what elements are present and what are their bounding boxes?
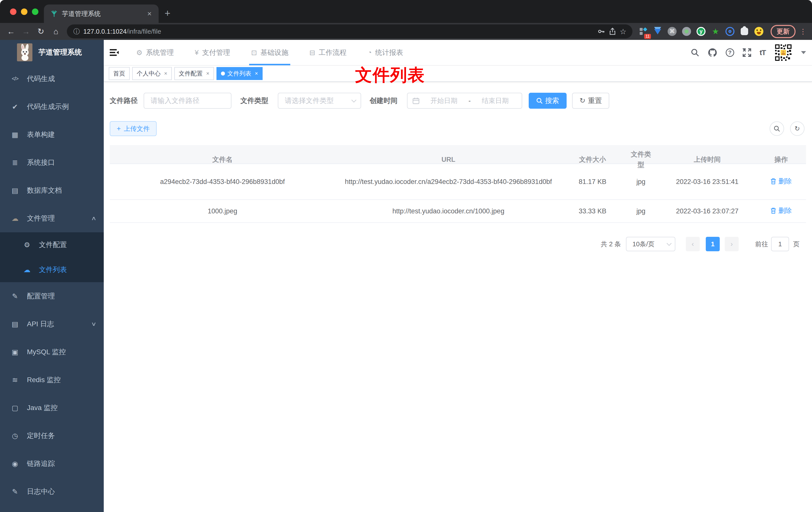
- delete-label: 删除: [778, 205, 792, 216]
- tag-close-icon[interactable]: ×: [163, 70, 167, 77]
- avatar[interactable]: [774, 43, 792, 62]
- sidebar-item-trace[interactable]: ◉ 链路追踪: [0, 450, 104, 478]
- browser-update-button[interactable]: 更新: [771, 25, 795, 38]
- toggle-search-button[interactable]: [770, 121, 784, 136]
- github-icon[interactable]: [708, 48, 717, 57]
- sidebar-item-mysql-monitor[interactable]: ▣ MySQL 监控: [0, 338, 104, 366]
- forward-button[interactable]: →: [19, 25, 33, 38]
- col-header-time: 上传时间: [658, 150, 756, 169]
- bookmark-star-icon[interactable]: ☆: [620, 27, 627, 36]
- refresh-icon: ↻: [794, 125, 800, 132]
- sidebar-item-system-api[interactable]: ≣ 系统接口: [0, 149, 104, 177]
- extension-kite-icon[interactable]: [651, 25, 664, 38]
- fullscreen-icon[interactable]: [743, 48, 751, 57]
- search-button[interactable]: 搜索: [529, 93, 567, 109]
- sidebar-item-file-management[interactable]: ☁ 文件管理 ∧: [0, 204, 104, 232]
- extension-cmd-icon[interactable]: ⌘: [665, 25, 679, 38]
- file-path-label: 文件路径: [110, 96, 138, 106]
- sidebar-item-scheduled-task[interactable]: ◷ 定时任务: [0, 422, 104, 450]
- sidebar-item-java-monitor[interactable]: ▢ Java 监控: [0, 394, 104, 422]
- extension-puzzle-icon[interactable]: [738, 25, 751, 38]
- top-menu-infrastructure[interactable]: ⊡ 基础设施: [245, 40, 294, 65]
- site-info-icon[interactable]: ⓘ: [73, 27, 80, 36]
- extension-dot-icon[interactable]: [680, 25, 693, 38]
- briefcase-icon: ⊟: [309, 49, 315, 57]
- extension-y-icon[interactable]: y: [694, 25, 708, 38]
- top-menu-payment[interactable]: ¥ 支付管理: [189, 40, 236, 65]
- table-row: 1000.jpeg http://test.yudao.iocoder.cn/1…: [110, 200, 806, 223]
- tag-file-config[interactable]: 文件配置 ×: [174, 67, 214, 80]
- sidebar-item-redis-monitor[interactable]: ≋ Redis 监控: [0, 366, 104, 394]
- upload-file-button[interactable]: + 上传文件: [110, 121, 156, 136]
- tag-profile[interactable]: 个人中心 ×: [132, 67, 172, 80]
- sidebar-item-label: 文件列表: [39, 265, 67, 274]
- app-logo[interactable]: 芋道管理系统: [0, 40, 104, 65]
- extension-emoji-icon[interactable]: [752, 25, 765, 38]
- browser-tab[interactable]: 芋道管理系统 ×: [44, 4, 158, 23]
- goto-label: 前往: [755, 240, 768, 248]
- back-button[interactable]: ←: [4, 25, 18, 38]
- browser-menu-icon[interactable]: ⋮: [800, 27, 807, 36]
- sidebar-item-file-config[interactable]: ⚙ 文件配置: [0, 232, 104, 257]
- sidebar-item-label: 定时任务: [27, 431, 55, 441]
- tag-close-icon[interactable]: ×: [254, 70, 258, 77]
- window-zoom-button[interactable]: [32, 8, 38, 15]
- delete-button[interactable]: 删除: [770, 176, 792, 186]
- avatar-caret-icon[interactable]: [801, 51, 806, 57]
- sidebar-item-db-doc[interactable]: ▤ 数据库文档: [0, 177, 104, 204]
- sidebar-item-label: 数据库文档: [27, 186, 62, 195]
- refresh-table-button[interactable]: ↻: [790, 121, 805, 136]
- window-close-button[interactable]: [10, 8, 17, 15]
- tag-close-icon[interactable]: ×: [205, 70, 209, 77]
- current-page-button[interactable]: 1: [706, 237, 720, 251]
- page-content: 文件路径 文件类型 请选择文件类型 创建时间 开始日期 - 结束日期: [104, 82, 812, 512]
- file-type-select[interactable]: 请选择文件类型: [278, 93, 361, 109]
- sidebar-item-code-generation[interactable]: </> 代码生成: [0, 65, 104, 93]
- top-menu-report[interactable]: ◔ 统计报表: [361, 40, 409, 65]
- extension-grid-icon[interactable]: 11: [636, 25, 650, 38]
- tag-file-list[interactable]: 文件列表 ×: [216, 67, 263, 80]
- window-minimize-button[interactable]: [21, 8, 27, 15]
- sidebar-item-log-center[interactable]: ✎ 日志中心: [0, 478, 104, 506]
- tag-home[interactable]: 首页: [109, 67, 130, 80]
- share-icon[interactable]: [609, 27, 616, 35]
- address-bar[interactable]: ⓘ 127.0.0.1:1024 /infra/file/file ☆: [67, 24, 633, 38]
- header-search-icon[interactable]: [691, 48, 699, 57]
- chevron-down-icon: ∨: [91, 321, 97, 327]
- top-menu-system[interactable]: ⚙ 系统管理: [130, 40, 180, 65]
- date-end-placeholder[interactable]: 结束日期: [474, 96, 517, 105]
- reload-button[interactable]: ↻: [34, 25, 48, 38]
- sidebar-item-code-example[interactable]: ✔ 代码生成示例: [0, 93, 104, 121]
- search-button-label: 搜索: [545, 96, 559, 106]
- file-path-input[interactable]: [144, 93, 231, 109]
- gear-icon: ⚙: [22, 241, 32, 249]
- sidebar-item-form-builder[interactable]: ▦ 表单构建: [0, 121, 104, 149]
- password-key-icon[interactable]: [597, 27, 605, 35]
- font-size-icon[interactable]: tT: [760, 48, 765, 57]
- cell-type: jpg: [624, 173, 658, 191]
- tab-close-icon[interactable]: ×: [145, 9, 154, 18]
- monitor-icon: ▣: [10, 348, 20, 356]
- reset-button[interactable]: ↻ 重置: [572, 93, 609, 109]
- sidebar-item-api-log[interactable]: ▤ API 日志 ∨: [0, 310, 104, 338]
- goto-page-input[interactable]: [771, 237, 789, 251]
- next-page-button[interactable]: ›: [725, 237, 739, 251]
- home-button[interactable]: ⌂: [49, 25, 63, 38]
- table-toolbar: + 上传文件 ↻: [110, 121, 806, 136]
- prev-page-button[interactable]: ‹: [686, 237, 700, 251]
- top-menu-workflow[interactable]: ⊟ 工作流程: [303, 40, 352, 65]
- sidebar-item-file-list[interactable]: ☁ 文件列表: [0, 257, 104, 282]
- delete-button[interactable]: 删除: [770, 205, 792, 216]
- extension-star-icon[interactable]: ★: [709, 25, 722, 38]
- tab-title: 芋道管理系统: [62, 9, 141, 18]
- extension-eye-icon[interactable]: [723, 25, 737, 38]
- date-range-picker[interactable]: 开始日期 - 结束日期: [407, 93, 522, 109]
- sidebar-collapse-icon[interactable]: [104, 49, 126, 57]
- page-size-select[interactable]: 10条/页: [626, 237, 675, 251]
- new-tab-button[interactable]: +: [165, 8, 170, 19]
- top-menu-label: 基础设施: [260, 48, 288, 57]
- url-path: /infra/file/file: [127, 28, 161, 35]
- sidebar-item-config-management[interactable]: ✎ 配置管理: [0, 282, 104, 310]
- date-start-placeholder[interactable]: 开始日期: [423, 96, 466, 105]
- help-icon[interactable]: ?: [726, 48, 734, 57]
